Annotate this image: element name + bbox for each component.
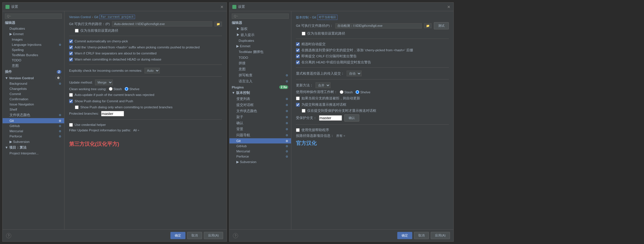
d2-show-push-sub-checkbox[interactable] xyxy=(302,109,305,113)
d2-crlf-warn-checkbox[interactable] xyxy=(296,54,300,58)
auto-update-checkbox[interactable] xyxy=(69,93,73,97)
d2-sidebar-item-editor[interactable]: 编辑器 xyxy=(229,20,291,26)
sidebar-item-plugins[interactable]: 插件 2 xyxy=(3,69,64,75)
d2-sidebar-item-changelists[interactable]: 变更列表 ⚙ xyxy=(229,96,291,102)
search-input-1[interactable] xyxy=(5,14,62,19)
sidebar-item-shelf[interactable]: Shelf xyxy=(3,107,64,112)
sidebar-item-intention[interactable]: 意图 xyxy=(3,63,64,69)
close-button-2[interactable]: ✕ xyxy=(447,5,451,9)
d2-git-exe-folder-btn[interactable]: 📁 xyxy=(424,23,432,28)
d2-sidebar-item-lang-inject[interactable]: 语言注入 ⚙ xyxy=(229,78,291,84)
sidebar-item-duplicates[interactable]: Duplicates xyxy=(3,26,64,31)
d2-sidebar-item-shelf[interactable]: 架子 ⚙ xyxy=(229,114,291,120)
d2-incoming-select[interactable]: 自动 xyxy=(347,71,362,76)
git-path-checkbox[interactable] xyxy=(75,29,79,33)
d2-sidebar-item-emmet[interactable]: ▶ Emmet xyxy=(229,43,291,49)
sidebar-item-background[interactable]: Background ⚙ xyxy=(3,81,64,86)
d2-sidebar-item-perforce[interactable]: Perforce ⚙ xyxy=(229,154,291,159)
sidebar-item-file-colors[interactable]: 文件状态颜色 ⚙ xyxy=(3,112,64,118)
d2-sidebar-item-file-colors[interactable]: 文件状态颜色 ⚙ xyxy=(229,108,291,114)
d2-commit-cherry-pick-label: 精选时自动提交 xyxy=(301,42,326,46)
ok-button-2[interactable]: 确定 xyxy=(397,232,412,239)
sidebar-item-images[interactable]: Images xyxy=(3,37,64,42)
show-push-sub-checkbox[interactable] xyxy=(75,105,79,109)
d2-detached-head-warn-checkbox[interactable] xyxy=(296,60,300,64)
d2-sidebar-item-spellcheck[interactable]: 拼写检查 ⚙ xyxy=(229,72,291,78)
d2-sidebar-item-issue-nav[interactable]: 问题导航 ⚙ xyxy=(229,132,291,138)
sidebar-item-spelling[interactable]: Spelling xyxy=(3,47,64,52)
d2-sidebar-item-duplicates[interactable]: Duplicates xyxy=(229,38,291,43)
cherry-pick-suffix-checkbox[interactable] xyxy=(69,46,73,49)
sidebar-item-language-injections[interactable]: Language Injections ⚙ xyxy=(3,42,64,47)
show-push-checkbox[interactable] xyxy=(69,99,73,103)
detached-head-warn-checkbox[interactable] xyxy=(69,58,73,61)
credential-checkbox[interactable] xyxy=(69,123,73,127)
d2-commit-cherry-pick-checkbox[interactable] xyxy=(296,42,300,46)
d2-git-exe-input[interactable] xyxy=(335,23,422,29)
sidebar-item-subversion[interactable]: ▶ Subversion xyxy=(3,139,64,145)
d2-update-method-select[interactable]: 合并 xyxy=(316,82,330,88)
close-button-1[interactable]: ✕ xyxy=(220,5,224,9)
d2-auto-update-checkbox[interactable] xyxy=(296,97,300,100)
d2-sidebar-item-textmate[interactable]: TextMate 捆绑包 xyxy=(229,49,291,55)
shelve-radio[interactable] xyxy=(125,87,128,91)
protected-input[interactable] xyxy=(101,111,124,116)
d2-confirm-btn[interactable]: 确认 xyxy=(344,114,359,122)
help-button-2[interactable]: ? xyxy=(233,233,238,238)
d2-sidebar-item-plugins[interactable]: Plugins 2 Xa xyxy=(229,84,291,90)
d2-sidebar-item-subversion[interactable]: ▶ Subversion xyxy=(229,159,291,165)
d2-sidebar-item-github[interactable]: GitHub ⚙ xyxy=(229,143,291,149)
d2-stash-radio[interactable] xyxy=(340,90,343,94)
git-exe-input[interactable] xyxy=(112,21,212,27)
apply-button-2[interactable]: 应用(A) xyxy=(431,232,450,239)
git-exe-folder-btn[interactable]: 📁 xyxy=(214,22,222,27)
sidebar-item-mercurial[interactable]: Mercurial ⚙ xyxy=(3,128,64,134)
sidebar-item-project-interpreter[interactable]: Project Interpreter... xyxy=(3,151,64,156)
d2-sidebar-item-vc[interactable]: ▼ 版本控制 xyxy=(229,90,291,96)
help-button-1[interactable]: ? xyxy=(6,233,11,238)
sidebar-item-confirmation[interactable]: Confirmation xyxy=(3,97,64,102)
d2-sidebar-item-inlay[interactable]: ▶ 嵌入提示 xyxy=(229,32,291,38)
sidebar-item-perforce[interactable]: Perforce ⚙ xyxy=(3,134,64,139)
d2-shelve-radio[interactable] xyxy=(356,90,359,94)
d2-sidebar-item-copyright[interactable]: ▶ 版权 xyxy=(229,26,291,32)
search-input-2[interactable] xyxy=(232,14,289,19)
d2-protected-input[interactable] xyxy=(319,115,342,121)
sidebar-item-todo[interactable]: TODO xyxy=(3,58,64,63)
d2-credential-checkbox[interactable] xyxy=(296,128,300,132)
protected-branches-row: Protected branches: xyxy=(69,111,222,116)
d2-sidebar-item-git[interactable]: Git ⚙ xyxy=(229,138,291,143)
cancel-button-1[interactable]: 取消 xyxy=(187,232,202,239)
incoming-select[interactable]: Auto xyxy=(145,68,160,73)
apply-button-1[interactable]: 应用(A) xyxy=(204,232,223,239)
d2-sidebar-item-spell[interactable]: 拼接 xyxy=(229,60,291,66)
sidebar-item-emmet[interactable]: ▶ Emmet xyxy=(3,31,64,37)
commit-cherry-pick-checkbox[interactable] xyxy=(69,39,73,43)
sidebar-item-project[interactable]: ▼ 项目：算法 xyxy=(3,145,64,151)
d2-cherry-pick-suffix-checkbox[interactable] xyxy=(296,48,300,52)
clean-tree-label: Clean working tree using: xyxy=(69,87,107,91)
d2-git-path-checkbox[interactable] xyxy=(302,32,305,35)
d2-sidebar-item-commit-dialog[interactable]: 提交对话框 ⚙ xyxy=(229,102,291,108)
d2-sidebar-item-mercurial[interactable]: Mercurial ⚙ xyxy=(229,149,291,154)
sidebar-item-git[interactable]: Git ⚙ xyxy=(3,118,64,123)
cancel-button-2[interactable]: 取消 xyxy=(414,232,429,239)
d2-sidebar-item-intention[interactable]: 意图 xyxy=(229,66,291,72)
d2-show-push-checkbox[interactable] xyxy=(296,103,300,107)
ok-button-1[interactable]: 确定 xyxy=(170,232,185,239)
sidebar-item-textmate[interactable]: TextMate Bundles xyxy=(3,52,64,58)
d2-test-btn[interactable]: 测试 xyxy=(434,22,449,29)
sidebar-item-vc[interactable]: ▼ Version Control ⚙ xyxy=(3,75,64,81)
d2-sidebar-item-bg[interactable]: 背景 ⚙ xyxy=(229,126,291,132)
sidebar-item-issue-nav[interactable]: Issue Navigation xyxy=(3,102,64,107)
update-method-select[interactable]: Merge xyxy=(95,80,113,85)
checkbox-row-4: Warn when committing in detached HEAD or… xyxy=(69,57,222,62)
stash-radio[interactable] xyxy=(109,87,113,91)
sidebar-item-changelists[interactable]: Changelists xyxy=(3,86,64,91)
d2-sidebar-item-todo[interactable]: TODO xyxy=(229,55,291,60)
sidebar-item-editor[interactable]: 编辑器 xyxy=(3,20,64,26)
d2-sidebar-item-confirm[interactable]: 确认 ⚙ xyxy=(229,120,291,126)
sidebar-item-commit[interactable]: Commit xyxy=(3,91,64,97)
crlf-warn-checkbox[interactable] xyxy=(69,52,73,55)
sidebar-item-github[interactable]: GitHub ⚙ xyxy=(3,123,64,128)
